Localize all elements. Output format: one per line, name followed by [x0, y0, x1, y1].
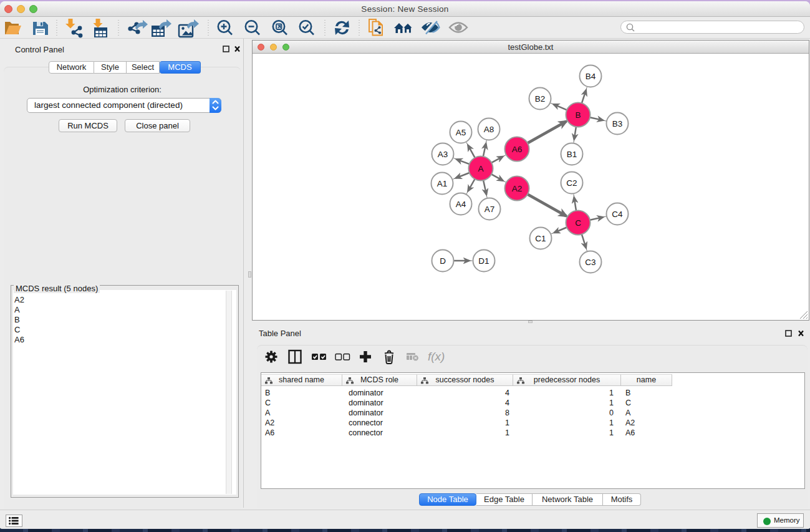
- svg-text:A4: A4: [456, 200, 466, 209]
- svg-text:B1: B1: [567, 150, 577, 159]
- svg-text:C: C: [575, 218, 581, 228]
- svg-text:A1: A1: [437, 179, 448, 188]
- svg-text:C1: C1: [535, 234, 546, 243]
- svg-text:B2: B2: [535, 94, 546, 104]
- svg-text:C3: C3: [585, 258, 595, 267]
- svg-text:B3: B3: [612, 119, 623, 128]
- svg-text:B: B: [575, 110, 581, 120]
- svg-text:D: D: [440, 256, 446, 266]
- svg-text:D1: D1: [478, 256, 489, 266]
- svg-text:A: A: [478, 164, 483, 173]
- svg-text:A6: A6: [512, 145, 523, 154]
- svg-text:f(x): f(x): [428, 350, 445, 363]
- svg-text:C2: C2: [566, 178, 577, 188]
- svg-text:A5: A5: [456, 128, 466, 137]
- svg-text:A8: A8: [484, 125, 494, 134]
- svg-text:C4: C4: [612, 210, 623, 219]
- svg-text:A3: A3: [438, 150, 448, 159]
- svg-text:A7: A7: [485, 205, 495, 214]
- svg-text:B4: B4: [586, 72, 596, 81]
- svg-text:A2: A2: [512, 184, 523, 193]
